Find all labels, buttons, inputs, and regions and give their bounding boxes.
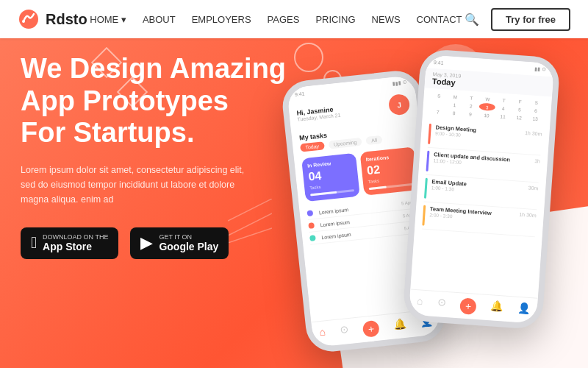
cal-day[interactable]: 4 [495,104,512,112]
search-nav-icon[interactable]: ⊙ [340,323,350,340]
phone-2: 9:41▮▮ ⊙ May 3, 2019 Today S M T W T F S… [402,49,560,330]
phone-2-task-list: Design Meeting 9:00 - 10:30 1h 30m Clien… [410,117,550,298]
search-nav-icon-2[interactable]: ⊙ [437,296,447,313]
task-duration: 1h [534,158,540,164]
list-dot [306,210,313,216]
task-card-iterations: Iterations 02 Tasks [360,146,419,195]
user-avatar: J [388,93,411,116]
task-content: Design Meeting 9:00 - 10:30 [435,124,520,141]
search-icon[interactable]: 🔍 [465,13,479,26]
nav-links: HOME ▾ ABOUT EMPLOYERS PAGES PRICING NEW… [90,14,462,25]
logo-text: Rdsto [46,11,87,28]
cal-day[interactable]: 13 [527,114,543,122]
bell-nav-icon-2[interactable]: 🔔 [490,300,503,316]
task-bar [422,205,426,226]
try-for-free-button[interactable]: Try for free [491,8,570,31]
cal-day[interactable]: 7 [430,107,446,116]
cal-header: F [512,97,528,105]
cal-header: S [431,91,447,99]
task-duration: 1h 30m [525,130,542,137]
app-store-badge[interactable]:  DOWNLOAD ON THE App Store [21,227,118,259]
cal-day[interactable] [431,99,447,107]
navbar: Rdsto HOME ▾ ABOUT EMPLOYERS PAGES PRICI… [0,0,588,38]
list-dot [309,235,316,241]
svg-point-3 [19,10,38,29]
task-content: Email Update 1:00 - 1:30 [431,178,524,197]
hero-content: We Design AmazingApp PrototypesFor Start… [21,53,300,259]
logo-icon [18,8,40,30]
nav-news[interactable]: NEWS [372,14,401,25]
cal-header: T [496,96,512,104]
nav-home[interactable]: HOME ▾ [90,14,126,25]
nav-logo[interactable]: Rdsto [18,8,87,30]
tab-all[interactable]: All [366,135,383,145]
task-content: Client update and discussion 11:00 - 12:… [433,151,530,169]
cal-day[interactable]: 9 [462,110,478,118]
cal-day-today[interactable]: 3 [479,103,495,111]
cal-day[interactable]: 1 [447,100,463,108]
card-count-review: 04 [308,166,354,183]
task-bar [428,124,431,144]
store-badges:  DOWNLOAD ON THE App Store ▶ GET IT ON … [21,227,300,259]
home-nav-icon[interactable]: ⌂ [319,325,327,342]
google-play-top-label: GET IT ON [159,233,218,241]
app-store-top-label: DOWNLOAD ON THE [43,233,108,241]
tab-today[interactable]: Today [300,141,325,152]
task-duration: 1h 30m [519,212,537,219]
nav-contact[interactable]: CONTACT [417,14,462,25]
cal-header: M [448,92,464,100]
nav-right: 🔍 Try for free [465,8,570,31]
google-play-badge[interactable]: ▶ GET IT ON Google Play [130,227,229,259]
play-icon: ▶ [140,235,153,251]
list-dot [308,222,315,229]
task-bar [424,178,428,199]
app-store-main-label: App Store [43,241,108,253]
nav-pages[interactable]: PAGES [268,14,300,25]
cal-day[interactable]: 12 [511,113,527,121]
cal-day[interactable]: 10 [478,111,495,119]
nav-employers[interactable]: EMPLOYERS [192,14,251,25]
task-content: Team Meeting Interview 2:00 - 3:30 [429,205,514,223]
bell-nav-icon[interactable]: 🔔 [392,317,406,335]
apple-icon:  [31,235,37,251]
cal-header: W [480,95,496,103]
cal-day[interactable]: 6 [528,106,544,114]
add-nav-button[interactable]: + [362,320,380,338]
hero-description: Lorem ipsum dolor sit amet, consectetur … [21,163,256,207]
phone-2-screen: 9:41▮▮ ⊙ May 3, 2019 Today S M T W T F S… [409,54,554,323]
home-nav-icon-2[interactable]: ⌂ [416,294,423,311]
cal-day[interactable]: 5 [512,105,528,113]
cal-day[interactable]: 11 [495,112,511,120]
cal-day[interactable]: 2 [463,102,479,110]
cal-header: S [528,98,545,106]
cal-header: T [464,93,480,102]
google-play-main-label: Google Play [159,241,218,253]
card-count-iter: 02 [366,160,412,177]
task-card-review: In Review 04 Tasks [301,153,360,202]
add-nav-button-2[interactable]: + [459,297,476,314]
hero-title: We Design AmazingApp PrototypesFor Start… [21,53,300,149]
svg-point-4 [22,20,25,23]
task-duration: 30m [528,185,538,191]
cal-day[interactable]: 8 [446,108,462,116]
nav-about[interactable]: ABOUT [143,14,176,25]
hero-section: We Design AmazingApp PrototypesFor Start… [0,0,588,368]
phones-container: 9:41▮▮▮ ⊙ Hi, Jasmine Tuesday, March 21 … [265,38,573,368]
task-bar [426,151,430,171]
profile-nav-icon-2[interactable]: 👤 [517,302,530,319]
nav-pricing[interactable]: PRICING [315,14,355,25]
